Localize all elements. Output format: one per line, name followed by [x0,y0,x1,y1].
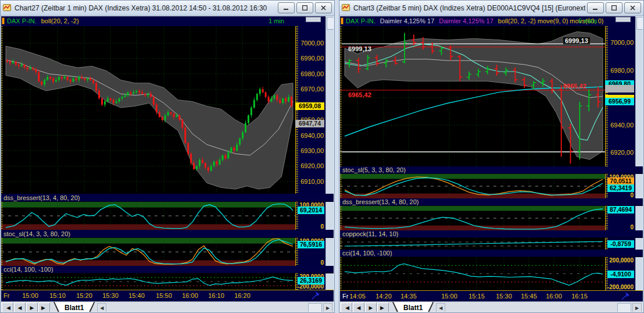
price-line-label: 6999,13 [348,45,371,52]
tab-nav-last-button[interactable]: ▶ [377,303,389,312]
minimize-button[interactable] [278,2,295,13]
time-axis-label: 16:20 [234,292,251,299]
time-axis-label: 15:15 [468,293,485,300]
main-chart-plot[interactable]: 6999,136999,136965,426965,42 [340,26,605,167]
indicator-plot[interactable] [340,257,605,291]
window-titlebar[interactable]: Chart3 (Zeitbar 5 min) DAX (Indizes Xetr… [339,1,643,16]
price-axis-label: 6930,00 [300,147,324,154]
tabbar-spacer [445,302,617,312]
indicator-scale[interactable]: 100,0000070,051162,3419 [605,174,635,198]
mini-scroll-thumb[interactable] [306,17,321,22]
time-axis-label: Fr [342,293,348,300]
price-line-label: 6999,13 [563,37,590,44]
sheet-tab-bar: ◀◀▶▶Blatt1◀▶ [1,301,334,312]
indicator-panel-title: stoc_sl(5, 3, 3, 80, 20) [340,166,643,174]
indicator-panel-title: cci(14, 100, -100) [340,250,643,257]
sheet-tab[interactable]: Blatt1 [53,302,95,312]
tab-nav-next-button[interactable]: ▶ [365,303,377,312]
indicator-value-badge: -4,9100 [607,271,634,278]
vertical-scrollbar[interactable] [635,16,643,301]
chart-window-left: Chart27 (Zeitbar 1 min) DAX (Indizes Xet… [0,0,335,313]
window-titlebar[interactable]: Chart27 (Zeitbar 1 min) DAX (Indizes Xet… [1,1,334,16]
chart-header-bar: DAX P-IN.boll(20, 2, -2)1 min [1,16,334,27]
price-axis-label: 6920,00 [610,149,634,156]
price-badge [605,85,634,93]
price-axis-label: 6910,00 [300,178,324,185]
close-button[interactable] [315,2,332,13]
time-axis[interactable]: Fr14:0514:2014:3515:0015:1515:3015:4516:… [340,290,643,302]
sheet-tab-label[interactable]: Blatt1 [393,302,433,312]
horizontal-scrollbar-thumb[interactable] [617,303,631,312]
time-axis-label: 15:10 [49,292,66,299]
indicator-scale[interactable]: 200,0000-200,000026,3169 [295,273,325,290]
indicator-value-badge: 26,3169 [298,277,324,284]
tab-nav-first-button[interactable]: ◀ [341,303,352,312]
window-title: Chart3 (Zeitbar 5 min) DAX (Indizes Xetr… [353,4,585,12]
time-axis[interactable]: Fr15:0015:1015:2015:3015:4015:5016:0016:… [1,290,334,302]
price-line-label: 6965,42 [563,83,586,90]
indicator-scale[interactable]: 100,0000069,2014 [295,202,325,230]
indicator-plot[interactable] [1,273,295,290]
scale-bottom-label: 0 [320,223,324,230]
indicator-scale[interactable]: 200,0000-200,0000-4,9100 [605,257,635,290]
tab-scroll-left-button[interactable]: ◀ [97,303,106,312]
tab-scroll-right-button[interactable]: ▶ [632,303,642,312]
indicator-plot[interactable] [340,238,605,250]
time-axis-label: 15:30 [496,293,512,300]
price-axis-label: 7000,00 [610,39,634,46]
tab-scroll-right-button[interactable]: ▶ [323,303,332,312]
header-segment: DAX P-IN. [7,17,37,24]
price-axis-label: 7000,00 [300,40,324,47]
indicator-plot[interactable] [1,238,295,266]
tab-nav-next-button[interactable]: ▶ [26,303,38,312]
chart-window-icon [342,3,350,13]
chart-content-right: DAX P-IN.Daimler 4,125% 17Daimler 4,125%… [340,16,643,312]
horizontal-scrollbar-thumb[interactable] [308,303,322,312]
period-label: 5 mins [578,17,597,24]
tab-scroll-left-button[interactable]: ◀ [436,303,445,312]
vertical-scrollbar-thumb[interactable] [327,17,334,30]
indicator-value-badge: 87,4694 [607,206,634,214]
tab-nav-prev-button[interactable]: ◀ [353,303,364,312]
chart-header-bar: DAX P-IN.Daimler 4,125% 17Daimler 4,125%… [340,16,643,27]
maximize-button[interactable] [296,2,313,13]
indicator-panel-title: coppock(11, 14, 10) [340,230,643,238]
sheet-tab[interactable]: Blatt1 [392,302,434,312]
indicator-scale[interactable]: 100,0000076,5916 [295,238,325,266]
sheet-tab-label[interactable]: Blatt1 [54,302,94,312]
header-segments: DAX P-IN.Daimler 4,125% 17Daimler 4,125%… [346,17,608,24]
instrument-marker [2,17,5,24]
indicator-scale[interactable]: 100,0000087,4694 [605,206,635,230]
time-axis-label: 16:15 [571,293,588,300]
time-axis-label: 16:00 [546,293,562,300]
maximize-button[interactable] [606,2,622,13]
time-axis-label: 14:05 [349,293,366,300]
price-axis[interactable]: 7000,006990,006980,006970,006960,006950,… [295,26,325,194]
tab-nav-prev-button[interactable]: ◀ [14,303,26,312]
indicator-plot[interactable] [1,202,295,230]
indicator-panel-title: stoc_sl(14, 3, 3, 80, 20) [1,230,334,238]
close-button[interactable] [624,2,641,13]
time-axis-label: 15:00 [441,293,457,300]
indicator-scale[interactable]: -0,8759 [605,238,635,250]
period-label: 1 min [269,17,284,24]
indicator-value-badge: 62,3419 [607,184,634,192]
price-axis-label: 6980,00 [610,67,634,74]
time-axis-label: 15:30 [102,292,119,299]
tab-nav-first-button[interactable]: ◀ [2,303,13,312]
tabbar-spacer [106,302,308,312]
price-axis[interactable]: 7000,006980,006960,006940,006920,006969,… [605,26,635,166]
minimize-button[interactable] [587,2,604,13]
indicator-plot[interactable] [340,174,605,199]
vertical-scrollbar-thumb[interactable] [636,17,643,30]
vertical-scrollbar[interactable] [325,16,334,301]
price-badge: 6947,74 [295,120,324,127]
tab-nav-last-button[interactable]: ▶ [38,303,50,312]
time-axis-label: 14:20 [375,293,392,300]
indicator-plot[interactable] [340,206,605,231]
main-chart-plot[interactable] [1,26,295,194]
mini-scroll-thumb[interactable] [616,17,631,22]
time-axis-label: 16:00 [182,292,198,299]
window-title: Chart27 (Zeitbar 1 min) DAX (Indizes Xet… [15,4,276,12]
chart-cursor-icon [311,291,320,303]
